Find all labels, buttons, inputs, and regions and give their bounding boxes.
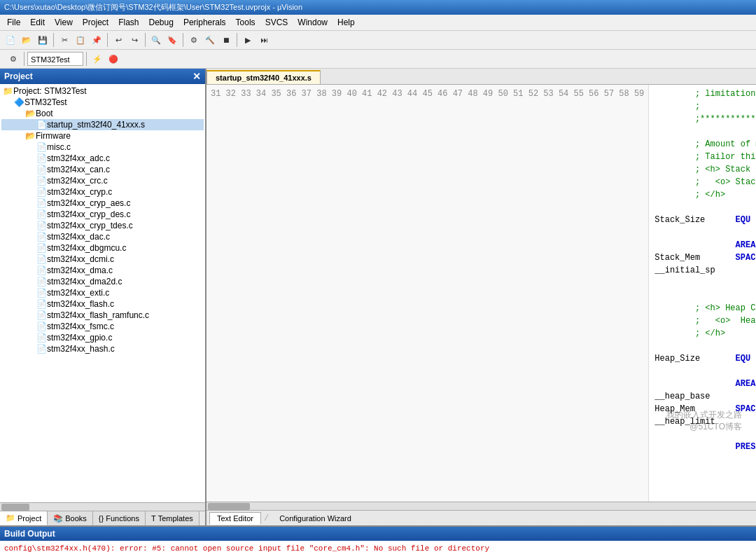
build-content[interactable]: config\stm32f4xx.h(470): error: #5: cann… bbox=[0, 541, 756, 552]
file-icon: 📄 bbox=[36, 322, 47, 331]
tree-item[interactable]: 📄 stm32f4xx_dma2d.c bbox=[1, 276, 204, 287]
project-root-icon: 📁 bbox=[3, 86, 13, 96]
rebuild-btn[interactable]: 🔨 bbox=[202, 32, 218, 48]
code-content[interactable]: ; limitations under the License. ; ;****… bbox=[649, 85, 756, 502]
tree-item[interactable]: 📄 stm32f4xx_dac.c bbox=[1, 231, 204, 242]
tree-item[interactable]: 📂 Boot bbox=[1, 108, 204, 119]
tree-item[interactable]: 📄 stm32f4xx_cryp_des.c bbox=[1, 209, 204, 220]
redo-btn[interactable]: ↪ bbox=[127, 32, 142, 48]
tree-item[interactable]: 📁 Project: STM32Test bbox=[1, 85, 204, 97]
tree-item[interactable]: 📄 stm32f4xx_flash.c bbox=[1, 298, 204, 310]
debug-btn[interactable]: ▶ bbox=[240, 32, 255, 48]
menu-item-file[interactable]: File bbox=[3, 16, 24, 29]
project-hscroll[interactable] bbox=[0, 502, 205, 511]
file-icon: 📄 bbox=[36, 232, 47, 242]
templates-icon: T bbox=[151, 514, 156, 523]
editor-bottom-tabs: Text Editor/Configuration Wizard bbox=[206, 510, 756, 525]
menu-item-debug[interactable]: Debug bbox=[145, 16, 178, 29]
bookmark-btn[interactable]: 🔖 bbox=[164, 32, 180, 48]
proj-tab-label: Functions bbox=[106, 514, 139, 523]
tree-item-label: stm32f4xx_exti.c bbox=[47, 288, 109, 298]
tree-item[interactable]: 🔷 STM32Test bbox=[1, 97, 204, 108]
tree-item[interactable]: 📄 stm32f4xx_cryp_tdes.c bbox=[1, 220, 204, 231]
tree-item-label: stm32f4xx_fsmc.c bbox=[47, 322, 114, 331]
tree-item[interactable]: 📄 stm32f4xx_dbgmcu.c bbox=[1, 242, 204, 254]
menu-item-flash[interactable]: Flash bbox=[114, 16, 143, 29]
proj-tab-functions[interactable]: {}Functions bbox=[93, 511, 146, 525]
project-panel-close[interactable]: ✕ bbox=[192, 71, 201, 82]
menu-item-view[interactable]: View bbox=[50, 16, 77, 29]
tree-item-label: stm32f4xx_dma.c bbox=[47, 265, 113, 275]
tree-item[interactable]: 📄 stm32f4xx_crc.c bbox=[1, 175, 204, 186]
tree-item[interactable]: 📄 stm32f4xx_can.c bbox=[1, 164, 204, 175]
step-btn[interactable]: ⏭ bbox=[256, 32, 272, 48]
project-tree[interactable]: 📁 Project: STM32Test🔷 STM32Test📂 Boot📄 s… bbox=[0, 84, 205, 502]
tree-item[interactable]: 📄 misc.c bbox=[1, 142, 204, 153]
tree-item-label: stm32f4xx_dcmi.c bbox=[47, 254, 114, 264]
title-text: C:\Users\xutao\Desktop\微信订阅号\STM32代码框架\U… bbox=[4, 3, 302, 11]
build-btn[interactable]: ⚙ bbox=[186, 32, 202, 48]
menu-bar: FileEditViewProjectFlashDebugPeripherals… bbox=[0, 15, 756, 31]
file-icon: 📄 bbox=[36, 120, 47, 130]
file-icon: 📄 bbox=[36, 277, 47, 287]
sep2 bbox=[107, 33, 108, 47]
editor-tab-active[interactable]: startup_stm32f40_41xxx.s bbox=[206, 70, 321, 84]
code-view: 31 32 33 34 35 36 37 38 39 40 41 42 43 4… bbox=[206, 85, 756, 502]
copy-btn[interactable]: 📋 bbox=[73, 32, 88, 48]
tree-item[interactable]: 📄 stm32f4xx_cryp_aes.c bbox=[1, 198, 204, 209]
search-btn[interactable]: 🔍 bbox=[148, 32, 164, 48]
menu-item-window[interactable]: Window bbox=[293, 16, 332, 29]
editor-tabs: startup_stm32f40_41xxx.s bbox=[206, 69, 756, 85]
paste-btn[interactable]: 📌 bbox=[89, 32, 104, 48]
tree-item-label: stm32f4xx_adc.c bbox=[47, 153, 110, 163]
tree-item-label: stm32f4xx_hash.c bbox=[47, 344, 115, 354]
tree-item[interactable]: 📄 stm32f4xx_gpio.c bbox=[1, 332, 204, 343]
sep3 bbox=[145, 33, 146, 47]
target-label: STM32Test bbox=[27, 52, 83, 66]
undo-btn[interactable]: ↩ bbox=[111, 32, 126, 48]
tree-item[interactable]: 📄 stm32f4xx_adc.c bbox=[1, 153, 204, 164]
proj-tab-books[interactable]: 📚Books bbox=[48, 511, 93, 525]
stop-btn[interactable]: ⏹ bbox=[218, 32, 234, 48]
proj-tab-icon: 📁 bbox=[6, 513, 15, 523]
target-opts-btn[interactable]: ⚙ bbox=[6, 51, 21, 67]
proj-tab-project[interactable]: 📁Project bbox=[0, 511, 48, 525]
tree-item[interactable]: 📄 stm32f4xx_hash.c bbox=[1, 343, 204, 354]
menu-item-peripherals[interactable]: Peripherals bbox=[179, 16, 230, 29]
file-icon: 📄 bbox=[36, 198, 47, 208]
menu-item-svcs[interactable]: SVCS bbox=[261, 16, 293, 29]
editor-bottom-tab-configuration-wizard[interactable]: Configuration Wizard bbox=[272, 512, 359, 525]
menu-item-help[interactable]: Help bbox=[333, 16, 359, 29]
editor-bottom-tab-text-editor[interactable]: Text Editor bbox=[209, 512, 261, 525]
tree-item[interactable]: 📄 stm32f4xx_fsmc.c bbox=[1, 321, 204, 332]
tree-item[interactable]: 📄 stm32f4xx_dcmi.c bbox=[1, 254, 204, 265]
tree-item[interactable]: 📄 stm32f4xx_cryp.c bbox=[1, 186, 204, 198]
tree-item-label: stm32f4xx_can.c bbox=[47, 165, 110, 174]
title-bar: C:\Users\xutao\Desktop\微信订阅号\STM32代码框架\U… bbox=[0, 0, 756, 15]
tree-item-label: stm32f4xx_cryp_tdes.c bbox=[47, 221, 133, 230]
tree-item-label: misc.c bbox=[47, 142, 71, 152]
open-btn[interactable]: 📂 bbox=[19, 32, 34, 48]
sep4 bbox=[183, 33, 183, 47]
flash-download-btn[interactable]: ⚡ bbox=[90, 51, 105, 67]
menu-item-edit[interactable]: Edit bbox=[26, 16, 49, 29]
editor-hscroll[interactable] bbox=[206, 502, 756, 510]
menu-item-tools[interactable]: Tools bbox=[232, 16, 260, 29]
menu-item-project[interactable]: Project bbox=[78, 16, 113, 29]
sep6 bbox=[24, 52, 24, 66]
cut-btn[interactable]: ✂ bbox=[57, 32, 72, 48]
tree-item[interactable]: 📂 Firmware bbox=[1, 130, 204, 142]
proj-tab-label: Books bbox=[65, 514, 87, 523]
toolbar-1: 📄 📂 💾 ✂ 📋 📌 ↩ ↪ 🔍 🔖 ⚙ 🔨 ⏹ ▶ ⏭ bbox=[0, 31, 756, 50]
tree-item[interactable]: 📄 stm32f4xx_flash_ramfunc.c bbox=[1, 310, 204, 321]
file-icon: 📄 bbox=[36, 344, 47, 354]
project-panel-title: Project bbox=[4, 71, 33, 81]
tree-item[interactable]: 📄 stm32f4xx_dma.c bbox=[1, 265, 204, 276]
folder-icon: 📂 bbox=[25, 109, 36, 118]
tree-item[interactable]: 📄 startup_stm32f40_41xxx.s bbox=[1, 119, 204, 130]
new-btn[interactable]: 📄 bbox=[3, 32, 18, 48]
proj-tab-templates[interactable]: TTemplates bbox=[146, 511, 200, 525]
flash-erase-btn[interactable]: 🔴 bbox=[106, 51, 121, 67]
tree-item[interactable]: 📄 stm32f4xx_exti.c bbox=[1, 287, 204, 298]
save-btn[interactable]: 💾 bbox=[35, 32, 50, 48]
